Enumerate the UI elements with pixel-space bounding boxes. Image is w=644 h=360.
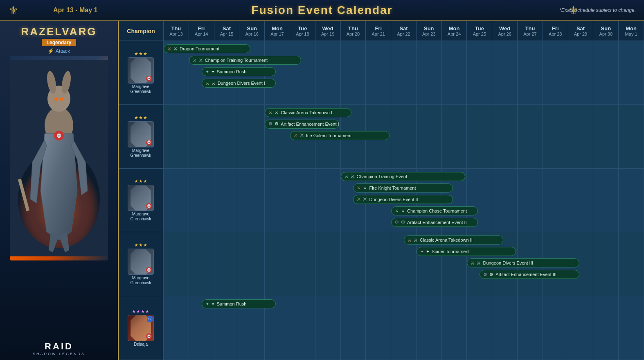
svg-point-9 (54, 97, 58, 101)
header-col-17: SunApr 30 (593, 21, 619, 41)
grid-cell-2-6 (315, 169, 341, 232)
grid-cell-4-4 (265, 296, 290, 360)
grid-cell-1-6 (315, 105, 341, 168)
grid-cell-2-16 (568, 169, 594, 232)
grid-cell-1-0 (164, 105, 189, 168)
skull-icon: 💀 (146, 203, 152, 209)
grid-cell-2-14 (518, 169, 543, 232)
grid-cell-2-1 (189, 169, 214, 232)
champion-stars: ★★★ (134, 242, 148, 248)
champion-name-label: Margrave Greenhawk (130, 212, 151, 222)
header-col-5: TueApr 18 (290, 21, 315, 41)
grid-cell-3-17 (593, 232, 619, 296)
grid-cell-2-7 (341, 169, 366, 232)
header-col-10: SunApr 23 (417, 21, 442, 41)
champion-stars: ★★★ (134, 179, 148, 184)
grid-cell-0-3 (239, 41, 265, 104)
grid-cell-0-0 (164, 41, 189, 104)
grid-cell-4-5 (290, 296, 315, 360)
champion-name-label: Delaaja (134, 342, 148, 347)
header-col-2: SatApr 15 (214, 21, 240, 41)
header-col-7: ThuApr 20 (341, 21, 366, 41)
grid-cell-3-1 (189, 232, 214, 296)
grid-cell-3-9 (391, 232, 417, 296)
grid-cell-1-11 (442, 105, 467, 168)
grid-cell-1-7 (341, 105, 366, 168)
grid-cell-3-12 (467, 232, 492, 296)
grid-cell-2-3 (239, 169, 265, 232)
grid-cell-3-4 (265, 232, 290, 296)
grid-cell-0-17 (593, 41, 619, 104)
header-col-3: SunApr 16 (239, 21, 265, 41)
grid-cell-2-0 (164, 169, 189, 232)
grid-cell-4-18 (619, 296, 644, 360)
skull-icon: 💀 (146, 140, 152, 145)
grid-cell-2-9 (391, 169, 417, 232)
header-col-16: SatApr 29 (568, 21, 594, 41)
grid-cell-0-16 (568, 41, 594, 104)
grid-cell-2-4 (265, 169, 290, 232)
shield-badge-icon: 🛡 (147, 316, 153, 322)
champion-name-label: Margrave Greenhawk (130, 276, 151, 285)
grid-cell-1-4 (265, 105, 290, 168)
champion-cell: ★★★💀Margrave Greenhawk (119, 41, 164, 104)
grid-cell-3-0 (164, 232, 189, 296)
grid-cell-3-13 (492, 232, 518, 296)
champion-name: RAZELVARG (21, 25, 97, 38)
grid-cell-1-17 (593, 105, 619, 168)
grid-cell-1-14 (518, 105, 543, 168)
champion-cell: ★★★💀Margrave Greenhawk (119, 105, 164, 168)
grid-cell-3-10 (417, 232, 442, 296)
grid-cell-4-3 (239, 296, 265, 360)
grid-cell-0-4 (265, 41, 290, 104)
grid-cell-2-13 (492, 169, 518, 232)
grid-cell-4-7 (341, 296, 366, 360)
skull-icon: 💀 (146, 333, 152, 339)
grid-cell-4-16 (568, 296, 594, 360)
grid-cell-3-14 (518, 232, 543, 296)
header-col-12: TueApr 25 (467, 21, 492, 41)
grid-cell-2-8 (366, 169, 391, 232)
header-col-11: MonApr 24 (442, 21, 467, 41)
date-range: Apr 13 - May 1 (53, 7, 97, 14)
grid-cell-2-18 (619, 169, 644, 232)
grid-cell-3-2 (214, 232, 240, 296)
grid-cell-4-17 (593, 296, 619, 360)
champion-stars: ★★★★ (132, 309, 150, 314)
grid-cell-0-18 (619, 41, 644, 104)
champion-col-header: Champion (119, 21, 164, 41)
grid-cell-1-10 (417, 105, 442, 168)
grid-cell-4-13 (492, 296, 518, 360)
grid-cell-3-11 (442, 232, 467, 296)
event-calendar: Champion ThuApr 13FriApr 14SatApr 15SunA… (119, 21, 644, 360)
champion-cell: ★★★💀Margrave Greenhawk (119, 169, 164, 232)
skull-icon: 💀 (146, 76, 152, 82)
grid-cell-0-9 (391, 41, 417, 104)
grid-cell-1-9 (391, 105, 417, 168)
champion-type: ⚡ Attack (47, 48, 70, 54)
header-col-18: MonMay 1 (619, 21, 644, 41)
champion-stars: ★★★ (134, 51, 148, 57)
header-col-9: SatApr 22 (391, 21, 417, 41)
champion-image: 💀 (128, 185, 154, 211)
grid-cell-4-8 (366, 296, 391, 360)
grid-cell-4-2 (214, 296, 240, 360)
header-col-0: ThuApr 13 (164, 21, 189, 41)
svg-point-10 (60, 97, 63, 101)
grid-cell-2-12 (467, 169, 492, 232)
grid-cell-1-15 (543, 105, 568, 168)
skull-icon: 💀 (146, 267, 152, 273)
calendar-row: ★★★💀Margrave Greenhawk⚔Dragon Tournament… (119, 41, 644, 105)
grid-cell-3-7 (341, 232, 366, 296)
grid-cell-3-5 (290, 232, 315, 296)
grid-cell-2-10 (417, 169, 442, 232)
champion-cell: ★★★💀Margrave Greenhawk (119, 232, 164, 296)
grid-cell-1-3 (239, 105, 265, 168)
grid-cell-3-6 (315, 232, 341, 296)
header-col-8: FriApr 21 (366, 21, 391, 41)
grid-cell-1-5 (290, 105, 315, 168)
grid-cell-0-14 (518, 41, 543, 104)
grid-cell-1-13 (492, 105, 518, 168)
grid-cell-2-5 (290, 169, 315, 232)
calendar-row: ★★★💀Margrave Greenhawk⚔Classic Arena Tak… (119, 232, 644, 296)
